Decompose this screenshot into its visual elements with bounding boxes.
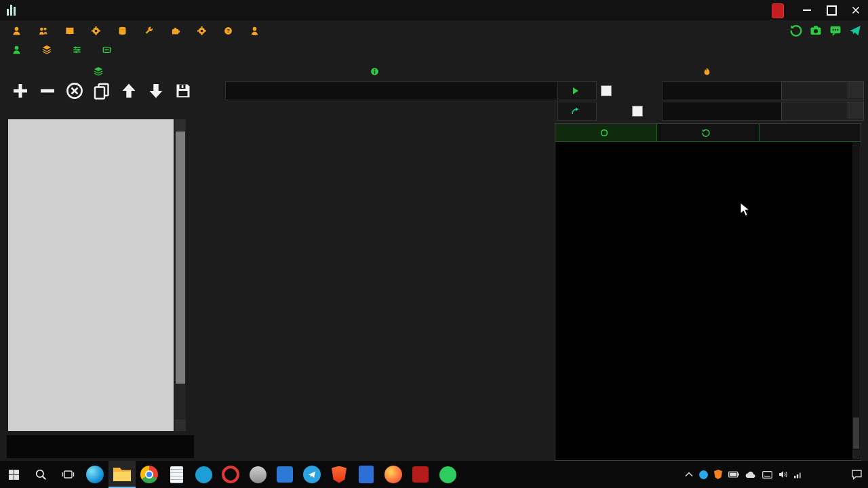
scroll-up-icon[interactable] bbox=[175, 119, 186, 131]
stack-block-parse[interactable] bbox=[8, 188, 174, 228]
onedrive-cloud-icon[interactable] bbox=[745, 471, 756, 479]
tab-data[interactable] bbox=[555, 124, 657, 141]
taskbar-app-vscode[interactable] bbox=[271, 461, 298, 488]
chevron-down-icon bbox=[848, 82, 863, 98]
scrollbar-thumb[interactable] bbox=[176, 131, 185, 384]
taskbar-app-adobe[interactable] bbox=[407, 461, 434, 488]
step-button[interactable] bbox=[557, 102, 597, 121]
buy-pro-button[interactable] bbox=[772, 3, 784, 18]
screenshot-button[interactable] bbox=[808, 23, 823, 38]
brave-shield-icon bbox=[332, 466, 347, 483]
chat-button[interactable] bbox=[828, 23, 843, 38]
menu-ocr-testing[interactable] bbox=[102, 45, 115, 54]
sbs-toggle bbox=[601, 85, 615, 96]
telegram-tray-icon[interactable] bbox=[699, 470, 708, 479]
stack-block-keycheck[interactable] bbox=[8, 310, 174, 350]
save-stack-button[interactable] bbox=[174, 81, 192, 100]
start-button[interactable] bbox=[0, 461, 27, 488]
menu-help[interactable] bbox=[224, 26, 236, 35]
stack-block-request[interactable] bbox=[8, 148, 174, 187]
sbs-checkbox[interactable] bbox=[601, 85, 612, 96]
move-block-down-button[interactable] bbox=[146, 81, 165, 100]
proxy-type-dropdown[interactable] bbox=[781, 102, 864, 121]
close-button[interactable] bbox=[844, 0, 868, 20]
data-input[interactable] bbox=[662, 81, 789, 100]
menu-other-options[interactable] bbox=[73, 45, 85, 54]
battery-icon[interactable] bbox=[728, 471, 739, 478]
taskbar-app-skype[interactable] bbox=[190, 461, 217, 488]
taskbar-app-calculator[interactable] bbox=[353, 461, 380, 488]
volume-icon[interactable] bbox=[778, 470, 787, 479]
skype-icon bbox=[195, 466, 212, 483]
stack-block-parse[interactable] bbox=[8, 270, 174, 309]
main-menubar bbox=[0, 20, 792, 41]
menu-proxies[interactable] bbox=[39, 26, 51, 35]
taskbar-app-brave[interactable] bbox=[326, 461, 353, 488]
taskbar-search-button[interactable] bbox=[27, 461, 54, 488]
task-view-button[interactable] bbox=[54, 461, 81, 488]
proxy-input[interactable] bbox=[662, 102, 789, 121]
log-history-icon bbox=[702, 129, 710, 137]
start-button[interactable] bbox=[557, 81, 597, 100]
clone-block-button[interactable] bbox=[92, 81, 111, 100]
menu-manager[interactable] bbox=[12, 45, 24, 54]
tab-browser[interactable] bbox=[760, 124, 861, 141]
wordlist-type-dropdown[interactable] bbox=[781, 81, 864, 100]
block-label-input[interactable] bbox=[225, 81, 564, 100]
stack-scrollbar[interactable] bbox=[175, 119, 186, 431]
taskbar-app-whatsapp[interactable] bbox=[434, 461, 461, 488]
security-shield-icon[interactable] bbox=[714, 470, 722, 479]
arrow-up-icon bbox=[120, 82, 138, 100]
taskbar-app-file-explorer[interactable] bbox=[108, 461, 136, 488]
taskbar-app-notepad[interactable] bbox=[163, 461, 190, 488]
taskbar-app-itunes[interactable] bbox=[244, 461, 271, 488]
scrollbar-thumb[interactable] bbox=[853, 418, 859, 449]
menu-runner[interactable] bbox=[12, 26, 24, 35]
itunes-icon bbox=[250, 466, 267, 483]
taskbar-app-opera[interactable] bbox=[217, 461, 244, 488]
block-info-header bbox=[285, 64, 468, 79]
stack-block-function[interactable] bbox=[8, 392, 174, 431]
add-block-button[interactable] bbox=[11, 81, 29, 100]
keyboard-icon[interactable] bbox=[762, 471, 772, 479]
taskbar-app-chrome[interactable] bbox=[136, 461, 163, 488]
minimize-button[interactable] bbox=[795, 0, 819, 20]
taskbar-app-edge[interactable] bbox=[81, 461, 108, 488]
menu-stacker[interactable] bbox=[42, 45, 55, 54]
stack-block-utility[interactable] bbox=[8, 351, 174, 390]
menu-wordlists[interactable] bbox=[65, 26, 77, 35]
silver-zone-icon bbox=[250, 26, 259, 35]
titlebar-utility-icons bbox=[789, 23, 863, 38]
switch-to-loliscript-button[interactable] bbox=[7, 435, 194, 458]
menu-silver-zone[interactable] bbox=[250, 26, 262, 35]
clear-stack-button[interactable] bbox=[65, 81, 83, 100]
history-button[interactable] bbox=[789, 23, 804, 38]
stack-block-parse[interactable] bbox=[8, 229, 174, 268]
move-block-up-button[interactable] bbox=[119, 81, 138, 100]
step-icon bbox=[571, 107, 580, 115]
scroll-down-icon[interactable] bbox=[175, 420, 186, 431]
current-stack-header bbox=[7, 64, 194, 79]
share-button[interactable] bbox=[848, 23, 863, 38]
silverbullet-window bbox=[0, 0, 868, 488]
remove-block-button[interactable] bbox=[38, 81, 56, 100]
scroll-down-icon[interactable] bbox=[852, 450, 860, 460]
taskbar-app-firefox[interactable] bbox=[380, 461, 407, 488]
menu-hitsdb[interactable] bbox=[118, 26, 130, 35]
menu-configs[interactable] bbox=[92, 26, 104, 35]
stack-config-header[interactable] bbox=[8, 119, 174, 146]
action-center-button[interactable] bbox=[845, 461, 868, 488]
hidden-icons-chevron-icon[interactable] bbox=[685, 472, 693, 477]
taskbar-clock[interactable] bbox=[804, 461, 845, 488]
taskbar-app-telegram[interactable] bbox=[298, 461, 326, 488]
network-icon[interactable] bbox=[793, 471, 803, 479]
tab-log[interactable] bbox=[657, 124, 759, 141]
menu-plugins[interactable] bbox=[171, 26, 183, 35]
chevron-down-icon bbox=[848, 102, 863, 119]
menu-settings[interactable] bbox=[197, 26, 210, 35]
maximize-button[interactable] bbox=[819, 0, 844, 20]
proxy-checkbox[interactable] bbox=[632, 106, 643, 117]
menu-tools[interactable] bbox=[144, 26, 157, 35]
file-explorer-icon bbox=[113, 468, 131, 481]
debugger-scrollbar[interactable] bbox=[852, 142, 860, 460]
